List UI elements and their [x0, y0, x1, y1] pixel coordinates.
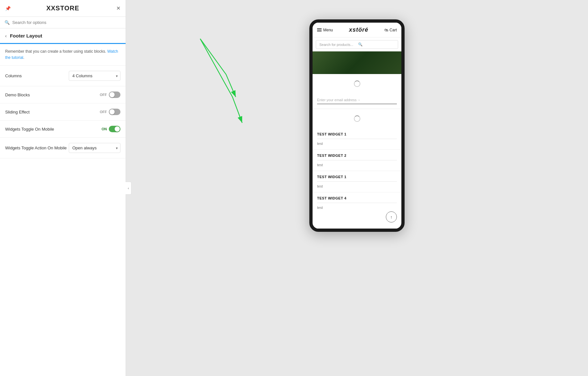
spinner-2	[354, 115, 360, 122]
widgets-toggle-track[interactable]	[109, 126, 120, 132]
back-arrow[interactable]: ‹	[5, 33, 7, 38]
collapse-button[interactable]: ‹	[126, 182, 131, 195]
widget-title-3: TEST WIDGET 1	[317, 175, 397, 182]
mobile-search-icon: 🔍	[358, 42, 395, 47]
mobile-brand-logo: xstöré	[349, 27, 368, 33]
demo-blocks-toggle[interactable]: OFF	[100, 91, 120, 98]
mobile-hero-image	[313, 51, 401, 74]
mobile-header: Menu xstöré 🛍 Cart	[313, 23, 401, 38]
widgets-toggle-switch[interactable]: ON	[102, 126, 121, 132]
sliding-effect-toggle-track[interactable]	[109, 109, 120, 115]
brand-logo: XXSTORE	[46, 5, 79, 12]
widgets-action-select[interactable]: Open always Open first Close all	[69, 143, 120, 153]
widget-content-2: test	[317, 163, 397, 167]
mobile-menu-label: Menu	[323, 28, 333, 32]
widget-section: TEST WIDGET 1 test TEST WIDGET 2 test TE…	[313, 128, 401, 229]
list-item: TEST WIDGET 4 test ↑	[313, 192, 401, 229]
settings-list: Columns 4 Columns 1 Column 2 Columns 3 C…	[0, 66, 126, 376]
widgets-action-select-wrapper: Open always Open first Close all ▾	[69, 143, 120, 153]
columns-label: Columns	[5, 73, 22, 78]
sliding-effect-toggle-thumb	[109, 109, 115, 114]
panel-header: 📌 XXSTORE ✕	[0, 0, 126, 17]
demo-blocks-toggle-thumb	[109, 92, 115, 97]
setting-row-columns: Columns 4 Columns 1 Column 2 Columns 3 C…	[0, 66, 126, 86]
x-letter: X	[46, 5, 51, 12]
list-item: TEST WIDGET 2 test	[313, 150, 401, 171]
columns-select-wrapper: 4 Columns 1 Column 2 Columns 3 Columns 5…	[69, 71, 120, 81]
setting-row-demo-blocks: Demo Blocks OFF	[0, 86, 126, 103]
search-input[interactable]	[12, 20, 121, 25]
widget-title-4: TEST WIDGET 4	[317, 196, 397, 203]
scroll-top-button[interactable]: ↑	[386, 211, 397, 222]
hamburger-icon	[317, 28, 322, 31]
section-title: Footer Layout	[10, 33, 42, 38]
annotation-arrow	[136, 32, 297, 145]
loading-spinner-2	[313, 109, 401, 128]
loading-spinner-1	[313, 74, 401, 93]
email-section: Enter your email address →	[313, 93, 401, 109]
widgets-toggle-label: Widgets Toggle On Mobile	[5, 127, 54, 132]
demo-blocks-label: Demo Blocks	[5, 92, 30, 97]
list-item: TEST WIDGET 1 test	[313, 128, 401, 150]
widget-title-1: TEST WIDGET 1	[317, 132, 397, 139]
demo-blocks-toggle-label: OFF	[100, 93, 107, 97]
widget-content-1: test	[317, 142, 397, 145]
widgets-action-label: Widgets Toggle Action On Mobile	[5, 145, 67, 150]
sliding-effect-toggle[interactable]: OFF	[100, 109, 120, 115]
sliding-effect-toggle-label: OFF	[100, 110, 107, 114]
collapse-icon: ‹	[128, 186, 129, 190]
section-header: ‹ Footer Layout	[0, 28, 126, 44]
setting-row-sliding-effect: Sliding Effect OFF	[0, 103, 126, 121]
setting-row-widgets-toggle: Widgets Toggle On Mobile ON	[0, 121, 126, 138]
setting-row-widgets-action: Widgets Toggle Action On Mobile Open alw…	[0, 138, 126, 158]
close-icon[interactable]: ✕	[116, 5, 120, 11]
email-placeholder: Enter your email address	[317, 98, 357, 102]
search-icon: 🔍	[5, 20, 10, 25]
widgets-toggle-switch-label: ON	[102, 127, 107, 131]
widget-content-4: test	[317, 206, 397, 209]
widgets-toggle-thumb	[115, 126, 120, 132]
mobile-search-bar[interactable]: Search for products... 🔍	[316, 40, 398, 49]
mobile-preview: Menu xstöré 🛍 Cart Search for products..…	[309, 19, 405, 232]
left-panel: 📌 XXSTORE ✕ 🔍 ‹ Footer Layout Remember t…	[0, 0, 126, 376]
widget-content-3: test	[317, 184, 397, 188]
info-suffix: .	[23, 55, 24, 60]
spinner-1	[354, 81, 360, 87]
sliding-effect-label: Sliding Effect	[5, 110, 30, 114]
demo-blocks-toggle-track[interactable]	[109, 91, 120, 98]
columns-select[interactable]: 4 Columns 1 Column 2 Columns 3 Columns 5…	[69, 71, 120, 81]
email-input-row: Enter your email address →	[317, 98, 397, 104]
mobile-cart-label: Cart	[389, 28, 397, 32]
widget-title-2: TEST WIDGET 2	[317, 154, 397, 160]
mobile-search-placeholder: Search for products...	[319, 43, 356, 47]
cart-icon: 🛍	[384, 28, 388, 32]
pin-icon: 📌	[5, 6, 11, 11]
brand-name-text: XSTORE	[51, 5, 79, 12]
main-content: Menu xstöré 🛍 Cart Search for products..…	[126, 0, 588, 376]
info-text: Remember that you can create a footer us…	[5, 49, 107, 54]
info-box: Remember that you can create a footer us…	[0, 44, 126, 66]
list-item: TEST WIDGET 1 test	[313, 171, 401, 192]
mobile-menu-button[interactable]: Menu	[317, 28, 333, 32]
search-bar: 🔍	[0, 17, 126, 28]
mobile-cart-button[interactable]: 🛍 Cart	[384, 28, 397, 32]
email-submit-arrow[interactable]: →	[357, 98, 397, 102]
